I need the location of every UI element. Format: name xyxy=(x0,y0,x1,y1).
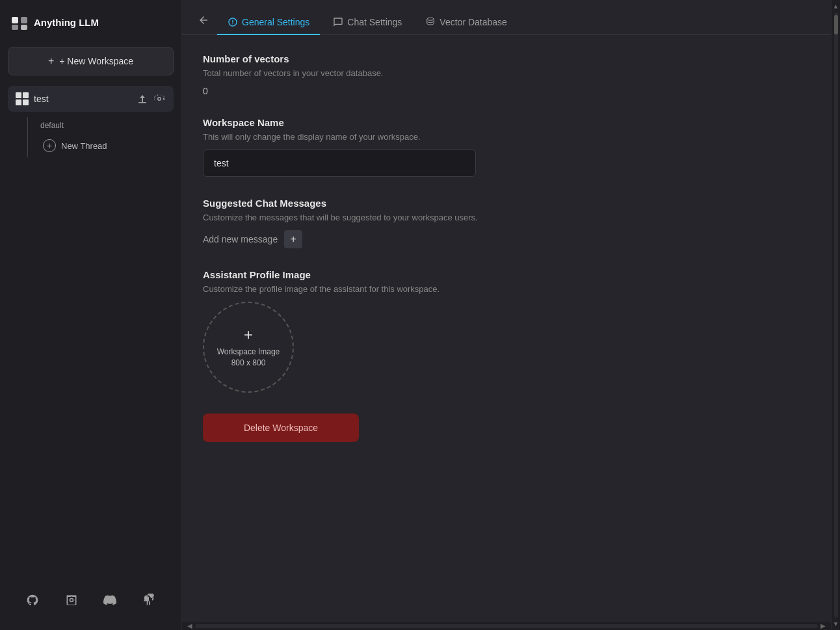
workspace-name-input[interactable] xyxy=(203,150,476,177)
delete-workspace-label: Delete Workspace xyxy=(244,423,318,433)
tab-general-label: General Settings xyxy=(242,17,309,27)
sidebar-bottom xyxy=(8,581,174,620)
github-button[interactable] xyxy=(21,588,44,612)
profile-upload-plus-icon: + xyxy=(244,326,253,344)
wrench-button[interactable] xyxy=(137,588,161,612)
tab-general[interactable]: General Settings xyxy=(217,10,320,35)
tab-vector-database[interactable]: Vector Database xyxy=(415,10,518,35)
default-thread-label: default xyxy=(40,121,64,130)
add-message-button[interactable]: + xyxy=(284,230,302,248)
profile-image-title: Assistant Profile Image xyxy=(203,269,810,280)
general-tab-icon xyxy=(228,17,238,27)
new-workspace-button[interactable]: + + New Workspace xyxy=(8,47,174,75)
grid-icon xyxy=(16,92,29,105)
main-content: General Settings Chat Settings Vector Da… xyxy=(182,0,831,630)
new-thread-label: New Thread xyxy=(61,141,107,151)
logo-area: Anything LLM xyxy=(8,10,174,34)
workspace-item-left: test xyxy=(16,92,49,105)
add-message-text: Add new message xyxy=(203,234,278,244)
svg-rect-3 xyxy=(21,25,27,30)
docs-button[interactable] xyxy=(60,588,83,612)
tabs-bar: General Settings Chat Settings Vector Da… xyxy=(182,0,831,35)
svg-point-5 xyxy=(427,18,434,20)
profile-image-desc: Customize the profile image of the assis… xyxy=(203,284,810,294)
new-workspace-label: + New Workspace xyxy=(59,56,133,66)
gear-button[interactable] xyxy=(153,92,166,105)
horizontal-scrollbar-track[interactable] xyxy=(195,624,818,628)
vector-tab-icon xyxy=(425,17,436,27)
num-vectors-title: Number of vectors xyxy=(203,53,810,64)
add-message-row: Add new message + xyxy=(203,230,810,248)
workspace-name-test: test xyxy=(34,94,49,104)
svg-rect-2 xyxy=(12,25,18,30)
workspace-item-test[interactable]: test xyxy=(8,86,174,112)
tab-chat-settings[interactable]: Chat Settings xyxy=(322,10,412,35)
delete-workspace-section: Delete Workspace xyxy=(203,413,810,442)
workspace-name-section: Workspace Name This will only change the… xyxy=(203,117,810,177)
suggested-chat-title: Suggested Chat Messages xyxy=(203,198,810,209)
book-icon xyxy=(65,594,78,607)
scroll-up-arrow[interactable]: ▲ xyxy=(833,3,839,10)
workspace-name-desc: This will only change the display name o… xyxy=(203,132,810,142)
workspace-name-title: Workspace Name xyxy=(203,117,810,128)
workspace-actions xyxy=(136,92,166,105)
upload-icon xyxy=(137,94,148,104)
discord-button[interactable] xyxy=(98,588,122,612)
vertical-scrollbar-thumb[interactable] xyxy=(834,15,838,34)
tab-vector-label: Vector Database xyxy=(440,17,507,27)
logo-icon xyxy=(10,13,29,31)
thread-section: default + New Thread xyxy=(8,117,174,157)
svg-rect-4 xyxy=(138,102,146,103)
tab-chat-label: Chat Settings xyxy=(347,17,402,27)
chat-tab-icon xyxy=(333,17,343,27)
scroll-down-arrow[interactable]: ▼ xyxy=(833,620,839,627)
vertical-scrollbar-track[interactable] xyxy=(834,12,838,618)
profile-upload-label: Workspace Image xyxy=(217,347,280,358)
back-button[interactable] xyxy=(198,12,215,34)
github-icon xyxy=(26,594,39,607)
bottom-scrollbar[interactable]: ◀ ▶ xyxy=(182,621,831,630)
num-vectors-desc: Total number of vectors in your vector d… xyxy=(203,68,810,78)
upload-button[interactable] xyxy=(136,92,149,105)
profile-upload-size: 800 x 800 xyxy=(217,358,280,369)
discord-icon xyxy=(103,594,116,607)
plus-icon: + xyxy=(48,55,54,67)
new-thread-button[interactable]: + New Thread xyxy=(35,134,115,157)
scroll-left-arrow[interactable]: ◀ xyxy=(185,622,195,629)
profile-image-section: Assistant Profile Image Customize the pr… xyxy=(203,269,810,393)
suggested-chat-section: Suggested Chat Messages Customize the me… xyxy=(203,198,810,248)
sidebar: Anything LLM + + New Workspace test xyxy=(0,0,182,630)
num-vectors-section: Number of vectors Total number of vector… xyxy=(203,53,810,96)
back-arrow-icon xyxy=(198,14,209,26)
svg-rect-0 xyxy=(12,17,18,23)
svg-rect-1 xyxy=(21,17,27,23)
vector-count-value: 0 xyxy=(203,86,810,96)
app-title: Anything LLM xyxy=(34,17,99,28)
new-thread-circle-icon: + xyxy=(43,139,56,152)
gear-icon xyxy=(154,94,164,104)
content-area: Number of vectors Total number of vector… xyxy=(182,35,831,621)
wrench-icon xyxy=(142,594,155,607)
right-scrollbar[interactable]: ▲ ▼ xyxy=(831,0,840,630)
suggested-chat-desc: Customize the messages that will be sugg… xyxy=(203,213,810,222)
scroll-right-arrow[interactable]: ▶ xyxy=(818,622,828,629)
delete-workspace-button[interactable]: Delete Workspace xyxy=(203,413,359,442)
add-message-plus-icon: + xyxy=(291,233,296,245)
default-thread: default xyxy=(35,117,174,134)
profile-image-upload[interactable]: + Workspace Image 800 x 800 xyxy=(203,302,294,393)
